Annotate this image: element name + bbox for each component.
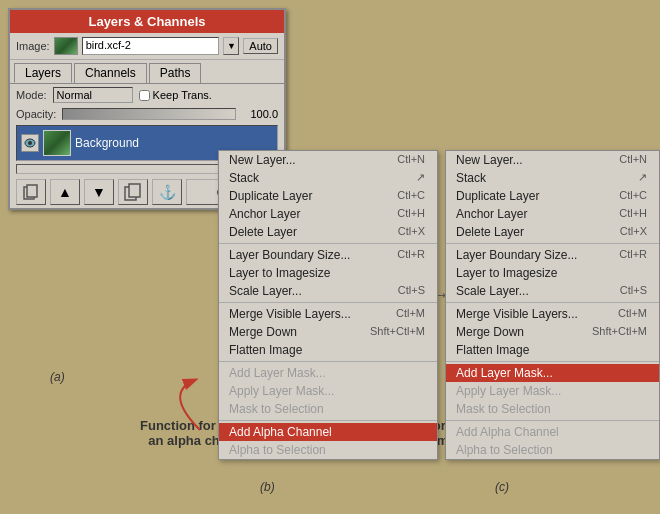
- menu-separator: [446, 361, 659, 362]
- opacity-row: Opacity: 100.0: [10, 106, 284, 122]
- menu-item-flatten-image[interactable]: Flatten Image: [219, 341, 437, 359]
- menu-item-alpha-to-selection: Alpha to Selection: [446, 441, 659, 459]
- menu-item-shortcut: Ctl+X: [398, 225, 425, 239]
- opacity-slider[interactable]: [62, 108, 236, 120]
- menu-item-anchor-layer[interactable]: Anchor LayerCtl+H: [219, 205, 437, 223]
- menu-item-label: Alpha to Selection: [229, 443, 326, 457]
- menu-item-merge-visible-layers[interactable]: Merge Visible Layers...Ctl+M: [446, 305, 659, 323]
- menu-item-label: Add Layer Mask...: [229, 366, 326, 380]
- menu-item-label: Anchor Layer: [229, 207, 300, 221]
- raise-layer-btn[interactable]: ▲: [50, 179, 80, 205]
- menu-item-apply-layer-mask: Apply Layer Mask...: [446, 382, 659, 400]
- image-row: Image: bird.xcf-2 ▼ Auto: [10, 33, 284, 60]
- keep-trans-checkbox[interactable]: Keep Trans.: [139, 89, 212, 101]
- opacity-label: Opacity:: [16, 108, 56, 120]
- menu-item-shortcut: Ctl+N: [619, 153, 647, 167]
- menu-item-layer-to-imagesize[interactable]: Layer to Imagesize: [446, 264, 659, 282]
- menu-item-stack[interactable]: Stack↗: [219, 169, 437, 187]
- lower-layer-btn[interactable]: ▼: [84, 179, 114, 205]
- svg-point-1: [28, 141, 32, 145]
- tab-paths[interactable]: Paths: [149, 63, 202, 83]
- menu-item-label: Scale Layer...: [456, 284, 529, 298]
- tab-channels[interactable]: Channels: [74, 63, 147, 83]
- menu-item-label: Flatten Image: [456, 343, 529, 357]
- menu-item-add-layer-mask: Add Layer Mask...: [219, 364, 437, 382]
- menu-item-label: Stack: [456, 171, 486, 185]
- menu-item-stack[interactable]: Stack↗: [446, 169, 659, 187]
- menu-item-label: Mask to Selection: [456, 402, 551, 416]
- menu-item-label: New Layer...: [456, 153, 523, 167]
- layer-thumbnail: [43, 130, 71, 156]
- menu-item-layer-to-imagesize[interactable]: Layer to Imagesize: [219, 264, 437, 282]
- menu-item-label: Anchor Layer: [456, 207, 527, 221]
- menu-item-add-layer-mask[interactable]: Add Layer Mask...: [446, 364, 659, 382]
- menu-item-shortcut: Shft+Ctl+M: [592, 325, 647, 339]
- menu-item-anchor-layer[interactable]: Anchor LayerCtl+H: [446, 205, 659, 223]
- menu-item-label: Layer Boundary Size...: [229, 248, 350, 262]
- menu-item-merge-down[interactable]: Merge DownShft+Ctl+M: [446, 323, 659, 341]
- menu-item-label: Add Alpha Channel: [456, 425, 559, 439]
- menu-item-apply-layer-mask: Apply Layer Mask...: [219, 382, 437, 400]
- menu-separator: [219, 420, 437, 421]
- menu-item-flatten-image[interactable]: Flatten Image: [446, 341, 659, 359]
- menu-item-delete-layer[interactable]: Delete LayerCtl+X: [219, 223, 437, 241]
- menu-item-layer-boundary-size[interactable]: Layer Boundary Size...Ctl+R: [219, 246, 437, 264]
- menu-separator: [219, 302, 437, 303]
- menu-item-add-alpha-channel: Add Alpha Channel: [446, 423, 659, 441]
- menu-separator: [446, 420, 659, 421]
- menu-item-duplicate-layer[interactable]: Duplicate LayerCtl+C: [446, 187, 659, 205]
- menu-item-layer-boundary-size[interactable]: Layer Boundary Size...Ctl+R: [446, 246, 659, 264]
- new-layer-btn[interactable]: [16, 179, 46, 205]
- menu-item-label: Flatten Image: [229, 343, 302, 357]
- menu-item-new-layer[interactable]: New Layer...Ctl+N: [446, 151, 659, 169]
- menu-item-label: Merge Visible Layers...: [456, 307, 578, 321]
- menu-item-scale-layer[interactable]: Scale Layer...Ctl+S: [446, 282, 659, 300]
- layer-name: Background: [75, 136, 139, 150]
- menu-item-new-layer[interactable]: New Layer...Ctl+N: [219, 151, 437, 169]
- menu-item-scale-layer[interactable]: Scale Layer...Ctl+S: [219, 282, 437, 300]
- image-arrow-btn[interactable]: ▼: [223, 37, 239, 55]
- menu-item-label: Alpha to Selection: [456, 443, 553, 457]
- panel-c-label: (c): [495, 480, 509, 494]
- menu-separator: [446, 302, 659, 303]
- menu-item-shortcut: Ctl+M: [396, 307, 425, 321]
- menu-item-shortcut: Ctl+N: [397, 153, 425, 167]
- menu-item-label: Scale Layer...: [229, 284, 302, 298]
- duplicate-layer-btn[interactable]: [118, 179, 148, 205]
- menu-item-label: Delete Layer: [456, 225, 524, 239]
- menu-item-mask-to-selection: Mask to Selection: [219, 400, 437, 418]
- menu-separator: [219, 243, 437, 244]
- menu-item-merge-visible-layers[interactable]: Merge Visible Layers...Ctl+M: [219, 305, 437, 323]
- menu-item-shortcut: Ctl+H: [619, 207, 647, 221]
- menu-item-shortcut: Ctl+S: [398, 284, 425, 298]
- panel-a-label: (a): [50, 370, 65, 384]
- menu-item-shortcut: Ctl+C: [397, 189, 425, 203]
- menu-item-label: Merge Down: [229, 325, 297, 339]
- auto-button[interactable]: Auto: [243, 38, 278, 54]
- tab-layers[interactable]: Layers: [14, 63, 72, 83]
- menu-item-label: Apply Layer Mask...: [229, 384, 334, 398]
- menu-item-delete-layer[interactable]: Delete LayerCtl+X: [446, 223, 659, 241]
- menu-item-label: Layer to Imagesize: [456, 266, 557, 280]
- context-menu-c: New Layer...Ctl+NStack↗Duplicate LayerCt…: [445, 150, 660, 460]
- menu-item-merge-down[interactable]: Merge DownShft+Ctl+M: [219, 323, 437, 341]
- menu-separator: [219, 361, 437, 362]
- menu-item-label: Merge Down: [456, 325, 524, 339]
- menu-item-duplicate-layer[interactable]: Duplicate LayerCtl+C: [219, 187, 437, 205]
- image-name: bird.xcf-2: [82, 37, 220, 55]
- mode-label: Mode:: [16, 89, 47, 101]
- panel-b-label: (b): [260, 480, 275, 494]
- anchor-layer-btn[interactable]: ⚓: [152, 179, 182, 205]
- menu-item-shortcut: Ctl+X: [620, 225, 647, 239]
- panel-title: Layers & Channels: [10, 10, 284, 33]
- keep-trans-label: Keep Trans.: [153, 89, 212, 101]
- menu-item-label: Duplicate Layer: [456, 189, 539, 203]
- menu-item-shortcut: Ctl+S: [620, 284, 647, 298]
- menu-item-add-alpha-channel[interactable]: Add Alpha Channel: [219, 423, 437, 441]
- svg-rect-5: [129, 184, 140, 197]
- visibility-toggle[interactable]: [21, 134, 39, 152]
- mode-select[interactable]: Normal: [53, 87, 133, 103]
- context-menu-b: New Layer...Ctl+NStack↗Duplicate LayerCt…: [218, 150, 438, 460]
- menu-item-alpha-to-selection: Alpha to Selection: [219, 441, 437, 459]
- menu-item-label: Layer to Imagesize: [229, 266, 330, 280]
